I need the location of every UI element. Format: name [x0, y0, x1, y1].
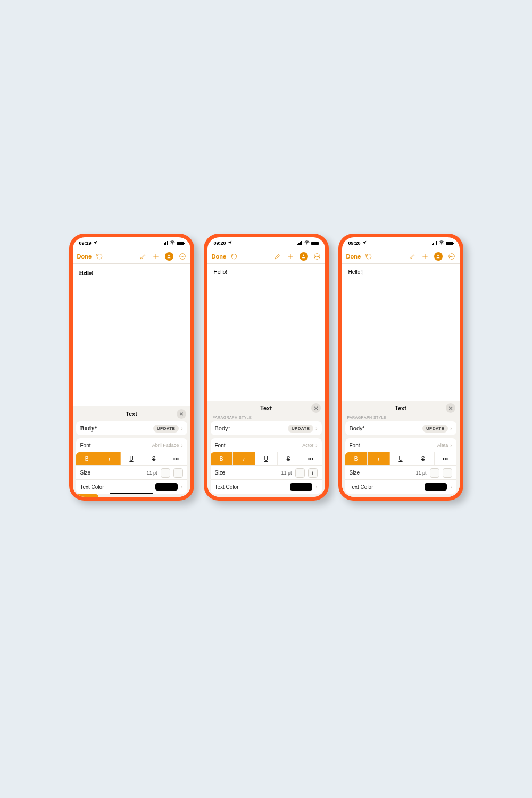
panel-title: Text [126, 411, 137, 417]
collaborate-icon[interactable] [300, 252, 308, 261]
chevron-right-icon: › [450, 426, 452, 431]
font-row-label: Font [80, 443, 91, 448]
chevron-right-icon: › [450, 484, 452, 490]
size-decrease-button[interactable]: − [430, 468, 439, 478]
update-badge[interactable]: UPDATE [153, 425, 179, 433]
svg-point-10 [317, 256, 317, 256]
paragraph-style-label[interactable]: Body* [215, 425, 230, 431]
home-indicator[interactable] [110, 493, 153, 494]
signal-icon [297, 241, 303, 245]
signal-icon [432, 241, 437, 245]
document-content[interactable]: Hello! [207, 264, 325, 401]
strike-button[interactable]: S [143, 452, 165, 466]
underline-button[interactable]: U [121, 452, 143, 466]
done-button[interactable]: Done [77, 253, 92, 260]
undo-icon[interactable] [96, 253, 103, 260]
plus-icon[interactable] [421, 253, 429, 260]
size-increase-button[interactable]: + [308, 468, 318, 478]
chevron-right-icon: › [450, 443, 452, 448]
collaborate-icon[interactable] [165, 252, 173, 261]
svg-point-1 [168, 255, 170, 256]
more-format-button[interactable]: ••• [300, 452, 322, 466]
format-panel: Text ✕ PARAGRAPH STYLE Body* UPDATE › Fo… [342, 401, 460, 497]
plus-icon[interactable] [287, 253, 294, 260]
panel-title: Text [260, 405, 272, 411]
more-icon[interactable] [179, 253, 186, 260]
collaborate-icon[interactable] [434, 252, 443, 261]
more-format-button[interactable]: ••• [165, 452, 187, 466]
status-time: 09:19 [79, 240, 92, 246]
text-color-chip[interactable] [425, 483, 447, 491]
paragraph-style-label[interactable]: Body* [80, 425, 98, 433]
svg-point-6 [306, 244, 307, 244]
plus-icon[interactable] [152, 253, 160, 260]
brush-icon[interactable] [274, 253, 281, 260]
more-icon[interactable] [313, 253, 321, 260]
status-bar: 09:20 [342, 237, 460, 249]
phone-screen: 09:20 Done Hello! Text [207, 237, 325, 497]
document-content[interactable]: Hello! [73, 264, 190, 406]
done-button[interactable]: Done [212, 253, 227, 260]
close-icon[interactable]: ✕ [311, 403, 321, 413]
bold-button[interactable]: B [76, 452, 98, 466]
text-color-chip[interactable] [155, 483, 178, 491]
font-row-label: Font [215, 443, 226, 448]
battery-icon [446, 242, 453, 245]
status-bar: 09:19 [73, 237, 190, 249]
size-decrease-button[interactable]: − [161, 468, 170, 478]
update-badge[interactable]: UPDATE [288, 425, 313, 433]
text-color-chip[interactable] [290, 483, 312, 491]
bold-button[interactable]: B [345, 452, 368, 466]
underline-button[interactable]: U [390, 452, 412, 466]
close-icon[interactable]: ✕ [177, 409, 186, 419]
brush-icon[interactable] [139, 253, 147, 260]
document-content[interactable]: Hello! [342, 264, 460, 401]
phone-frame: 09:20 Done Hello! Text [338, 234, 463, 501]
strike-button[interactable]: S [412, 452, 435, 466]
format-panel: Text ✕ PARAGRAPH STYLE Body* UPDATE › Fo… [207, 401, 325, 497]
size-value: 11 pt [281, 470, 292, 476]
section-label: PARAGRAPH STYLE [342, 415, 460, 421]
undo-icon[interactable] [230, 253, 238, 260]
paragraph-style-label[interactable]: Body* [350, 425, 365, 431]
font-value[interactable]: Abril Fatface [152, 443, 179, 448]
svg-point-5 [183, 256, 184, 256]
underline-button[interactable]: U [255, 452, 278, 466]
status-time: 09:20 [214, 240, 226, 246]
undo-icon[interactable] [365, 253, 372, 260]
svg-point-3 [181, 256, 181, 256]
toolbar: Done [207, 249, 325, 264]
bold-button[interactable]: B [211, 452, 233, 466]
font-value[interactable]: Alata [437, 443, 448, 448]
status-bar: 09:20 [207, 237, 325, 249]
font-value[interactable]: Actor [302, 443, 313, 448]
svg-point-4 [182, 256, 182, 256]
battery-icon [311, 242, 319, 245]
more-format-button[interactable]: ••• [435, 452, 456, 466]
location-icon [93, 240, 97, 246]
brush-icon[interactable] [409, 253, 416, 260]
signal-icon [163, 241, 168, 245]
svg-point-12 [441, 244, 442, 244]
more-icon[interactable] [448, 253, 455, 260]
text-color-label: Text Color [350, 484, 373, 490]
size-increase-button[interactable]: + [173, 468, 183, 478]
chevron-right-icon: › [181, 443, 182, 448]
toolbar: Done [73, 249, 190, 264]
update-badge[interactable]: UPDATE [422, 425, 448, 433]
section-label: PARAGRAPH STYLE [207, 415, 325, 421]
italic-button[interactable]: I [233, 452, 255, 466]
orange-tab [76, 494, 98, 497]
location-icon [228, 240, 232, 246]
chevron-right-icon: › [315, 443, 317, 448]
close-icon[interactable]: ✕ [446, 403, 455, 413]
panel-title: Text [395, 405, 406, 411]
done-button[interactable]: Done [346, 253, 361, 260]
italic-button[interactable]: I [368, 452, 390, 466]
phone-screen: 09:20 Done Hello! Text [342, 237, 460, 497]
strike-button[interactable]: S [278, 452, 300, 466]
italic-button[interactable]: I [98, 452, 121, 466]
size-decrease-button[interactable]: − [295, 468, 305, 478]
phone-screen: 09:19 Done [73, 237, 190, 497]
size-increase-button[interactable]: + [443, 468, 452, 478]
